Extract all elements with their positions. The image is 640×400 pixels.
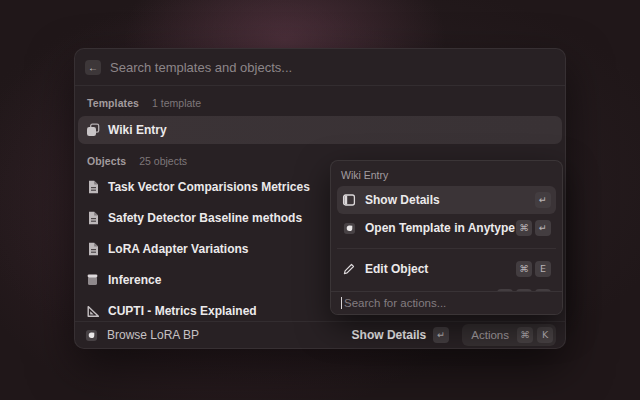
document-icon — [85, 211, 100, 225]
context-menu-title: Wiki Entry — [331, 161, 562, 186]
list-item-label: Wiki Entry — [108, 123, 167, 137]
anytype-logo-icon — [342, 222, 356, 235]
cmd-key-badge: ⌘ — [517, 327, 533, 343]
arrow-left-icon: ← — [88, 62, 98, 73]
return-key-badge: ↵ — [433, 327, 449, 343]
search-bar: ← Search templates and objects... — [75, 49, 565, 86]
sidebar-panel-icon — [342, 193, 356, 207]
menu-item-edit-object[interactable]: Edit Object ⌘ E — [337, 255, 556, 283]
list-item-label: Safety Detector Baseline methods — [108, 211, 302, 225]
templates-count: 1 template — [152, 95, 201, 111]
jar-emoji-icon — [85, 273, 100, 286]
back-button[interactable]: ← — [85, 60, 101, 75]
actions-search-input: Search for actions... — [344, 297, 446, 309]
objects-label: Objects — [87, 153, 126, 169]
list-item-wiki-entry[interactable]: Wiki Entry — [78, 116, 562, 144]
templates-section-header: Templates 1 template — [78, 95, 562, 111]
document-icon — [85, 242, 100, 256]
list-item-label: Task Vector Comparisions Metrices — [108, 180, 310, 194]
actions-button[interactable]: Actions ⌘ K — [462, 324, 556, 346]
menu-item-label: Show Details — [365, 193, 440, 207]
document-icon — [85, 180, 100, 194]
menu-item-open-template[interactable]: Open Template in Anytype ⌘ ↵ — [337, 214, 556, 242]
e-key-badge: E — [535, 261, 551, 277]
cmd-key-badge: ⌘ — [516, 261, 532, 277]
search-input[interactable]: Search templates and objects... — [110, 60, 292, 75]
objects-count: 25 objects — [139, 153, 187, 169]
menu-item-label: Edit Object — [365, 262, 428, 276]
list-item-label: CUPTI - Metrics Explained — [108, 304, 257, 318]
cmd-key-badge: ⌘ — [516, 220, 532, 236]
list-item-label: LoRA Adapter Variations — [108, 242, 248, 256]
menu-item-label: Open Template in Anytype — [365, 221, 515, 235]
anytype-logo-icon — [84, 329, 99, 342]
footer-context-label: Browse LoRA BP — [107, 328, 199, 342]
menu-item-show-details[interactable]: Show Details ↵ — [337, 186, 556, 214]
actions-label: Actions — [471, 329, 509, 341]
menu-divider — [337, 248, 556, 249]
k-key-badge: K — [537, 327, 553, 343]
footer-primary-action[interactable]: Show Details — [352, 328, 427, 342]
text-caret — [341, 297, 342, 309]
return-key-badge: ↵ — [535, 220, 551, 236]
triangle-ruler-icon — [85, 304, 100, 318]
context-menu: Wiki Entry Show Details ↵ Open Templat — [330, 160, 563, 315]
template-icon — [85, 123, 100, 137]
pencil-icon — [342, 262, 356, 276]
actions-search-bar[interactable]: Search for actions... — [331, 291, 562, 314]
footer-bar: Browse LoRA BP Show Details ↵ Actions ⌘ … — [75, 321, 565, 348]
list-item-label: Inference — [108, 273, 161, 287]
templates-label: Templates — [87, 95, 139, 111]
return-key-badge: ↵ — [535, 192, 551, 208]
